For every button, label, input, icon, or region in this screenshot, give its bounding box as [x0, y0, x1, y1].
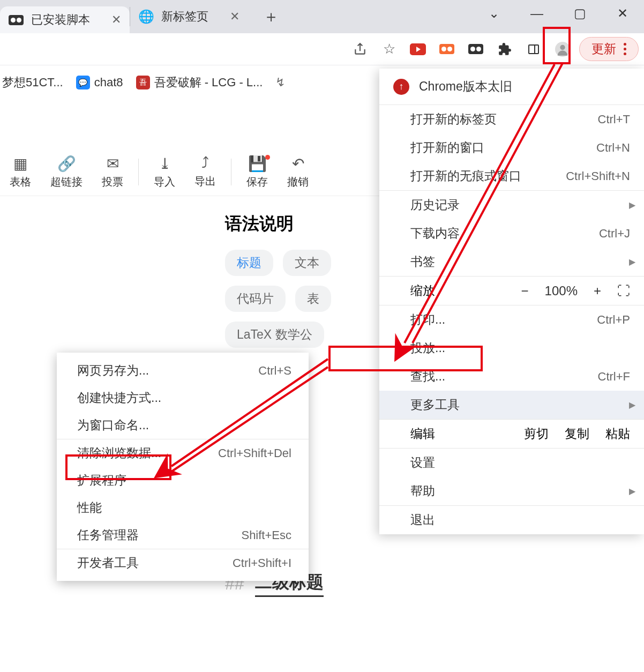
site-icon: 吾: [136, 76, 150, 89]
submenu-save-as[interactable]: 网页另存为...Ctrl+S: [57, 357, 309, 384]
menu-bookmarks[interactable]: 书签▶: [379, 248, 644, 276]
submenu-extensions[interactable]: 扩展程序: [57, 467, 309, 494]
menu-edit-row: 编辑 剪切 复制 粘贴: [379, 420, 644, 448]
menu-find[interactable]: 查找...Ctrl+F: [379, 362, 644, 391]
menu-exit[interactable]: 退出: [379, 506, 644, 534]
browser-toolbar: ☆ 更新: [0, 33, 644, 65]
youtube-icon[interactable]: [403, 37, 432, 62]
bookmark-item[interactable]: 💬 chat8: [76, 76, 123, 89]
submenu-name-window[interactable]: 为窗口命名...: [57, 412, 309, 439]
syntax-tag-text[interactable]: 文本: [283, 250, 331, 276]
warning-icon: ↑: [393, 79, 409, 95]
editor-undo-button[interactable]: ↶撤销: [287, 155, 309, 189]
window-minimize-icon[interactable]: —: [515, 0, 558, 27]
zoom-out-button[interactable]: −: [521, 283, 529, 298]
zoom-label: 缩放: [410, 282, 435, 299]
svg-rect-1: [529, 45, 538, 54]
submenu-performance[interactable]: 性能: [57, 494, 309, 521]
menu-new-window[interactable]: 打开新的窗口Ctrl+N: [379, 133, 644, 162]
separator: [231, 159, 231, 185]
syntax-tag-title[interactable]: 标题: [225, 250, 273, 276]
menu-dots-icon[interactable]: [624, 43, 626, 55]
window-close-icon[interactable]: ✕: [601, 0, 644, 27]
separator: [138, 159, 139, 185]
window-maximize-icon[interactable]: ▢: [558, 0, 601, 27]
syntax-tag-code[interactable]: 代码片: [225, 286, 286, 312]
bookmark-item[interactable]: ↯: [275, 76, 285, 89]
warning-label: Chrome版本太旧: [419, 78, 512, 95]
share-icon[interactable]: [346, 37, 375, 62]
menu-help[interactable]: 帮助▶: [379, 477, 644, 505]
window-titlebar: 已安装脚本 ✕ 新标签页 ✕ ＋ ⌄ — ▢ ✕: [0, 0, 644, 33]
zoom-in-button[interactable]: +: [594, 283, 601, 298]
editor-save-button[interactable]: 💾保存: [246, 155, 268, 189]
bookmark-label: 梦想51CT...: [2, 74, 63, 91]
menu-print[interactable]: 打印...Ctrl+P: [379, 305, 644, 334]
tab-label: 已安装脚本: [31, 12, 90, 28]
bookmark-label: 吾爱破解 - LCG - L...: [154, 74, 263, 91]
browser-tab-active[interactable]: 已安装脚本 ✕: [0, 6, 130, 33]
menu-warning[interactable]: ↑ Chrome版本太旧: [379, 69, 644, 104]
browser-tab[interactable]: 新标签页 ✕: [130, 3, 248, 30]
editor-link-button[interactable]: 🔗超链接: [50, 155, 83, 189]
syntax-tag-latex[interactable]: LaTeX 数学公: [225, 322, 324, 348]
editor-table-button[interactable]: ▦表格: [10, 155, 31, 189]
tab-close-icon[interactable]: ✕: [111, 13, 121, 27]
sidepanel-icon[interactable]: [519, 37, 548, 62]
menu-history[interactable]: 历史记录▶: [379, 191, 644, 219]
edit-label: 编辑: [410, 425, 435, 442]
editor-import-button[interactable]: ⤓导入: [154, 155, 175, 189]
menu-incognito[interactable]: 打开新的无痕式窗口Ctrl+Shift+N: [379, 162, 644, 190]
extension-orange-icon[interactable]: [432, 37, 461, 62]
edit-cut[interactable]: 剪切: [524, 425, 549, 442]
menu-downloads[interactable]: 下载内容Ctrl+J: [379, 219, 644, 248]
chevron-right-icon: ▶: [629, 200, 635, 210]
chrome-main-menu: ↑ Chrome版本太旧 打开新的标签页Ctrl+T 打开新的窗口Ctrl+N …: [379, 69, 644, 534]
tab-dropdown-icon[interactable]: ⌄: [473, 0, 515, 27]
zoom-value: 100%: [545, 283, 578, 298]
chevron-right-icon: ▶: [629, 257, 635, 267]
chat-icon: 💬: [76, 76, 90, 89]
extension-dark-icon[interactable]: [461, 37, 490, 62]
tab-close-icon[interactable]: ✕: [230, 10, 239, 24]
globe-icon: [139, 9, 154, 24]
unsaved-dot-icon: [265, 155, 270, 160]
submenu-clear-data[interactable]: 清除浏览数据...Ctrl+Shift+Del: [57, 439, 309, 467]
chevron-right-icon: ▶: [629, 486, 635, 496]
edit-paste[interactable]: 粘贴: [605, 425, 630, 442]
menu-zoom-row: 缩放 − 100% + ⛶: [379, 277, 644, 305]
fullscreen-icon[interactable]: ⛶: [617, 283, 630, 298]
extension-icon: [9, 12, 24, 27]
tab-label: 新标签页: [161, 9, 208, 25]
menu-new-tab[interactable]: 打开新的标签页Ctrl+T: [379, 105, 644, 133]
submenu-devtools[interactable]: 开发者工具Ctrl+Shift+I: [57, 549, 309, 577]
chevron-right-icon: ▶: [629, 400, 635, 410]
syntax-tag-table[interactable]: 表: [295, 286, 331, 312]
bookmark-label: chat8: [94, 76, 123, 89]
submenu-task-manager[interactable]: 任务管理器Shift+Esc: [57, 521, 309, 549]
editor-export-button[interactable]: ⤴导出: [194, 155, 216, 189]
bookmark-item[interactable]: 吾 吾爱破解 - LCG - L...: [136, 74, 263, 91]
update-button[interactable]: 更新: [579, 37, 639, 61]
editor-vote-button[interactable]: ✉投票: [102, 155, 123, 189]
submenu-create-shortcut[interactable]: 创建快捷方式...: [57, 384, 309, 412]
bookmark-item[interactable]: 梦想51CT...: [2, 74, 63, 91]
profile-icon[interactable]: [548, 37, 577, 62]
menu-cast[interactable]: 投放...: [379, 334, 644, 362]
new-tab-button[interactable]: ＋: [258, 4, 284, 30]
update-label: 更新: [591, 41, 616, 57]
svg-point-4: [560, 44, 565, 49]
extensions-puzzle-icon[interactable]: [490, 37, 519, 62]
menu-more-tools[interactable]: 更多工具▶: [379, 391, 644, 419]
edit-copy[interactable]: 复制: [565, 425, 589, 442]
bookmark-star-icon[interactable]: ☆: [375, 37, 403, 62]
menu-settings[interactable]: 设置: [379, 449, 644, 477]
more-tools-submenu: 网页另存为...Ctrl+S 创建快捷方式... 为窗口命名... 清除浏览数据…: [57, 353, 309, 581]
